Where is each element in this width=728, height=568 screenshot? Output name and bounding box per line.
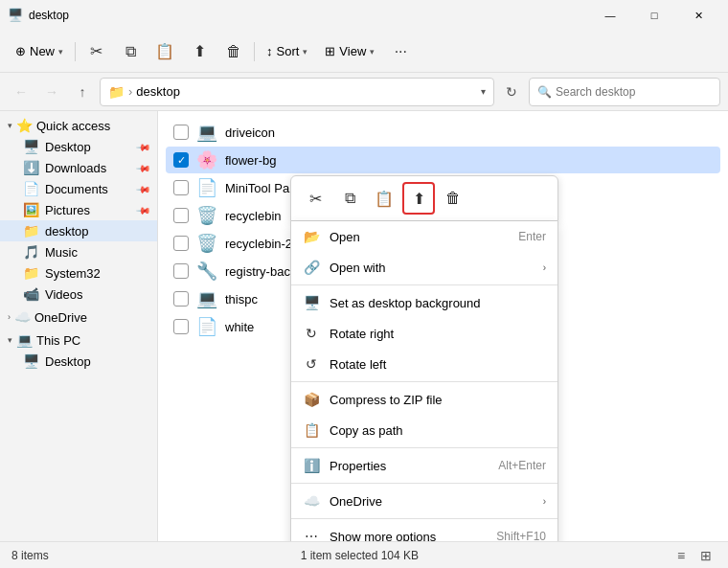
thispc-icon: 💻 — [16, 332, 33, 348]
file-item-driveicon[interactable]: 💻 driveicon — [166, 119, 720, 146]
ctx-delete-button[interactable]: 🗑 — [437, 182, 469, 215]
file-icon-thispc: 💻 — [196, 288, 217, 309]
file-checkbox-registry[interactable] — [173, 263, 189, 279]
file-name-recyclebin2: recyclebin-2 — [225, 237, 292, 251]
pin-icon: 📌 — [136, 139, 151, 154]
sidebar-downloads-label: Downloads — [45, 161, 106, 175]
file-checkbox-recyclebin[interactable] — [173, 208, 189, 223]
file-checkbox-driveicon[interactable] — [173, 125, 189, 140]
share-button[interactable]: ⬆ — [183, 35, 216, 68]
ctx-share-button[interactable]: ⬆ — [402, 182, 435, 215]
view-button[interactable]: ⊞ View ▾ — [317, 35, 382, 68]
ctx-set-desktop[interactable]: 🖥️ Set as desktop background — [291, 287, 557, 318]
ctx-show-more[interactable]: ⋯ Show more options Shift+F10 — [291, 521, 557, 541]
status-view-controls: ≡ ⊞ — [671, 545, 717, 566]
window-icon: 🖥️ — [8, 8, 23, 23]
onedrive-label: OneDrive — [34, 310, 87, 325]
back-button[interactable]: ← — [8, 79, 34, 105]
sidebar-system32-label: System32 — [45, 266, 101, 281]
content-area[interactable]: 💻 driveicon ✓ 🌸 flower-bg ✂ ⧉ — [158, 111, 728, 541]
file-icon-flower-bg: 🌸 — [196, 149, 217, 170]
ctx-properties[interactable]: ℹ️ Properties Alt+Enter — [291, 450, 557, 481]
file-checkbox-thispc[interactable] — [173, 291, 189, 307]
ctx-open[interactable]: 📂 Open Enter — [291, 221, 557, 252]
ctx-paste-button[interactable]: 📋 — [368, 182, 400, 215]
sidebar-item-videos[interactable]: 📹 Videos — [0, 284, 157, 305]
cut-button[interactable]: ✂ — [80, 35, 112, 68]
ctx-onedrive-label: OneDrive — [330, 494, 534, 509]
address-dropdown-icon[interactable]: ▾ — [481, 86, 486, 97]
search-box[interactable]: 🔍 — [529, 78, 720, 106]
forward-button[interactable]: → — [38, 79, 65, 105]
ctx-copy-path-icon: 📋 — [303, 421, 320, 439]
ctx-onedrive[interactable]: ☁️ OneDrive › — [291, 486, 557, 516]
address-path[interactable]: 📁 › desktop ▾ — [100, 78, 494, 106]
sidebar-item-desktop[interactable]: 🖥️ Desktop 📌 — [0, 136, 157, 157]
sidebar-item-downloads[interactable]: ⬇️ Downloads 📌 — [0, 157, 157, 178]
ctx-rotate-right[interactable]: ↻ Rotate right — [291, 318, 557, 349]
minimize-button[interactable]: — — [588, 0, 632, 31]
ctx-copy-path[interactable]: 📋 Copy as path — [291, 415, 557, 445]
sidebar-item-system32[interactable]: 📁 System32 — [0, 262, 157, 284]
sidebar-item-documents[interactable]: 📄 Documents 📌 — [0, 178, 157, 199]
ctx-compress[interactable]: 📦 Compress to ZIP file — [291, 384, 557, 415]
paste-button[interactable]: 📋 — [148, 35, 181, 68]
ctx-separator-3 — [291, 447, 557, 448]
more-button[interactable]: ··· — [384, 35, 417, 68]
sidebar: ▾ ⭐ Quick access 🖥️ Desktop 📌 ⬇️ Downloa… — [0, 111, 158, 541]
quick-access-header[interactable]: ▾ ⭐ Quick access — [0, 115, 157, 136]
documents-icon: 📄 — [23, 181, 39, 196]
ctx-separator-4 — [291, 483, 557, 484]
file-checkbox-minitool[interactable] — [173, 180, 189, 195]
cut-icon: ✂ — [90, 42, 102, 60]
grid-view-button[interactable]: ⊞ — [695, 545, 717, 566]
ctx-cut-icon: ✂ — [309, 190, 322, 208]
sidebar-desktop-folder-label: desktop — [45, 224, 89, 239]
ctx-rotate-left-label: Rotate left — [330, 357, 546, 372]
onedrive-header[interactable]: › ☁️ OneDrive — [0, 307, 157, 328]
ctx-open-with-arrow: › — [543, 262, 546, 273]
desktop-folder-icon: 📁 — [23, 223, 39, 239]
sidebar-item-pictures[interactable]: 🖼️ Pictures 📌 — [0, 199, 157, 220]
sidebar-item-music[interactable]: 🎵 Music — [0, 241, 157, 262]
search-input[interactable] — [556, 85, 712, 99]
copy-button[interactable]: ⧉ — [114, 35, 147, 68]
title-bar-controls: — □ ✕ — [588, 0, 720, 31]
ctx-set-desktop-icon: 🖥️ — [303, 294, 320, 311]
file-checkbox-white[interactable] — [173, 319, 189, 334]
search-icon: 🔍 — [537, 85, 552, 99]
up-button[interactable]: ↑ — [69, 79, 96, 105]
ctx-properties-icon: ℹ️ — [303, 457, 320, 474]
system32-icon: 📁 — [23, 265, 39, 281]
status-selected-info: 1 item selected 104 KB — [301, 549, 419, 562]
ctx-open-shortcut: Enter — [518, 230, 546, 243]
ctx-copy-button[interactable]: ⧉ — [333, 182, 366, 215]
new-button[interactable]: ⊕ New ▾ — [8, 35, 71, 68]
file-icon-recyclebin: 🗑️ — [196, 205, 217, 226]
file-item-flower-bg[interactable]: ✓ 🌸 flower-bg ✂ ⧉ 📋 — [166, 147, 720, 173]
file-icon-recyclebin2: 🗑️ — [196, 233, 217, 254]
sidebar-item-desktop-folder[interactable]: 📁 desktop — [0, 220, 157, 241]
ctx-set-desktop-label: Set as desktop background — [330, 296, 546, 310]
ctx-cut-button[interactable]: ✂ — [299, 182, 331, 215]
list-view-button[interactable]: ≡ — [671, 545, 692, 566]
ctx-copy-icon: ⧉ — [345, 190, 355, 207]
delete-button[interactable]: 🗑 — [217, 35, 250, 68]
ctx-rotate-left[interactable]: ↺ Rotate left — [291, 349, 557, 379]
refresh-button[interactable]: ↻ — [498, 79, 525, 105]
ctx-separator-1 — [291, 284, 557, 285]
maximize-button[interactable]: □ — [632, 0, 676, 31]
thispc-header[interactable]: ▾ 💻 This PC — [0, 329, 157, 351]
toolbar-separator-2 — [254, 42, 255, 61]
file-checkbox-flower-bg[interactable]: ✓ — [173, 152, 189, 168]
ctx-share-icon: ⬆ — [413, 190, 425, 208]
ctx-open-with[interactable]: 🔗 Open with › — [291, 252, 557, 283]
file-checkbox-recyclebin2[interactable] — [173, 236, 189, 251]
file-name-flower-bg: flower-bg — [225, 153, 276, 168]
sidebar-documents-label: Documents — [45, 182, 108, 196]
ctx-compress-label: Compress to ZIP file — [330, 393, 546, 407]
close-button[interactable]: ✕ — [676, 0, 720, 31]
new-chevron: ▾ — [58, 47, 63, 57]
sort-button[interactable]: ↕ Sort ▾ — [259, 35, 315, 68]
sidebar-item-thispc-desktop[interactable]: 🖥️ Desktop — [0, 351, 157, 372]
